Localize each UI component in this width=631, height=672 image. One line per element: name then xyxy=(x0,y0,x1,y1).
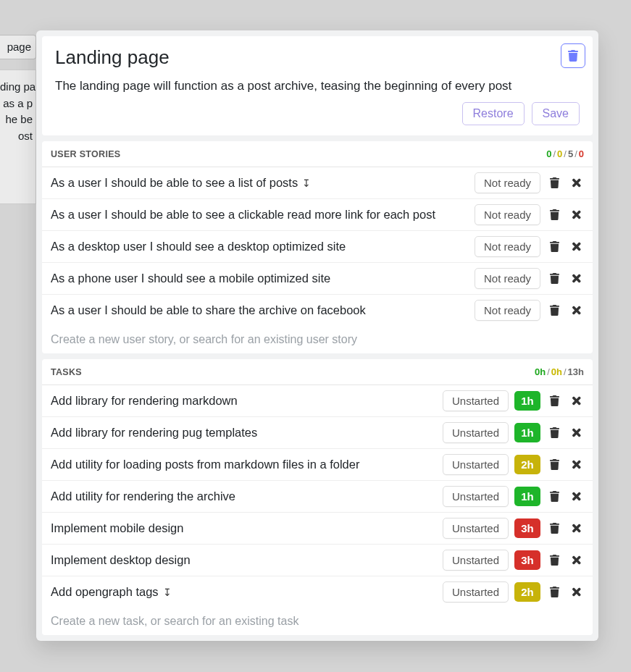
count-yellow: 0 xyxy=(557,148,562,159)
archive-button[interactable] xyxy=(546,303,562,319)
status-button[interactable]: Unstarted xyxy=(443,550,509,571)
expand-icon[interactable]: ↧ xyxy=(163,587,172,598)
modal: Landing page The landing page will funct… xyxy=(36,30,598,641)
user-story-create-row xyxy=(42,326,593,353)
tasks-section: TASKS 0h/0h/13h Add library for renderin… xyxy=(42,359,593,635)
close-icon xyxy=(571,491,582,502)
page-title[interactable]: Landing page xyxy=(55,46,551,69)
archive-button[interactable] xyxy=(546,425,562,441)
expand-icon[interactable]: ↧ xyxy=(302,177,311,189)
task-create-input[interactable] xyxy=(51,615,584,628)
archive-button[interactable] xyxy=(546,584,562,600)
archive-button[interactable] xyxy=(546,489,562,505)
task-text[interactable]: Add library for rendering pug templates … xyxy=(51,426,437,440)
task-text[interactable]: Add utility for loading posts from markd… xyxy=(51,458,437,471)
close-icon xyxy=(571,459,582,470)
task-row: Add library for rendering markdown ↧ Uns… xyxy=(42,385,593,417)
hours-badge[interactable]: 3h xyxy=(514,550,540,570)
archive-button[interactable] xyxy=(546,175,562,191)
task-text[interactable]: Implement mobile design ↧ xyxy=(51,521,437,535)
remove-button[interactable] xyxy=(568,457,584,473)
remove-button[interactable] xyxy=(568,521,584,537)
hours-badge[interactable]: 1h xyxy=(514,391,540,411)
remove-button[interactable] xyxy=(568,207,584,223)
remove-button[interactable] xyxy=(568,175,584,191)
archive-button[interactable] xyxy=(546,271,562,287)
close-icon xyxy=(571,523,582,534)
archive-button[interactable] xyxy=(546,239,562,255)
user-stories-counts: 0/0/5/0 xyxy=(546,148,584,159)
user-story-text[interactable]: As a user I should be able to share the … xyxy=(51,303,469,317)
close-icon xyxy=(571,273,582,284)
trash-icon xyxy=(549,555,560,566)
status-button[interactable]: Not ready xyxy=(475,204,540,225)
task-row: Implement mobile design ↧ Unstarted 3h xyxy=(42,513,593,545)
status-button[interactable]: Unstarted xyxy=(443,454,509,475)
status-button[interactable]: Unstarted xyxy=(443,422,509,443)
task-text[interactable]: Add library for rendering markdown ↧ xyxy=(51,394,437,408)
trash-icon xyxy=(549,177,560,188)
task-text[interactable]: Implement desktop design ↧ xyxy=(51,553,437,567)
status-button[interactable]: Unstarted xyxy=(443,518,509,539)
delete-button[interactable] xyxy=(561,43,585,68)
close-icon xyxy=(571,587,582,597)
hours-badge[interactable]: 2h xyxy=(514,582,540,602)
tasks-header: TASKS 0h/0h/13h xyxy=(42,359,593,385)
remove-button[interactable] xyxy=(568,393,584,409)
remove-button[interactable] xyxy=(568,489,584,505)
archive-button[interactable] xyxy=(546,521,562,537)
archive-button[interactable] xyxy=(546,207,562,223)
header-card: Landing page The landing page will funct… xyxy=(42,36,593,135)
remove-button[interactable] xyxy=(568,584,584,600)
trash-icon xyxy=(549,395,560,406)
trash-icon xyxy=(549,427,560,438)
status-button[interactable]: Unstarted xyxy=(443,486,509,507)
trash-icon xyxy=(549,209,560,220)
status-button[interactable]: Unstarted xyxy=(443,581,509,602)
archive-button[interactable] xyxy=(546,457,562,473)
task-row: Implement desktop design ↧ Unstarted 3h xyxy=(42,545,593,576)
trash-icon xyxy=(549,305,560,316)
task-text[interactable]: Add opengraph tags ↧ xyxy=(51,585,437,599)
status-button[interactable]: Not ready xyxy=(475,236,540,257)
hours-badge[interactable]: 3h xyxy=(514,518,540,538)
hours-badge[interactable]: 1h xyxy=(514,423,540,442)
header-actions: Restore Save xyxy=(55,102,580,125)
status-button[interactable]: Unstarted xyxy=(443,390,509,411)
trash-icon xyxy=(549,491,560,502)
archive-button[interactable] xyxy=(546,393,562,409)
hours-badge[interactable]: 1h xyxy=(514,487,540,506)
task-text[interactable]: Add utility for rendering the archive ↧ xyxy=(51,490,437,503)
status-button[interactable]: Not ready xyxy=(475,172,540,193)
task-row: Add utility for loading posts from markd… xyxy=(42,449,593,481)
user-story-create-input[interactable] xyxy=(51,333,584,346)
status-button[interactable]: Not ready xyxy=(475,268,540,289)
page-description[interactable]: The landing page will function as a post… xyxy=(55,79,551,93)
user-story-text[interactable]: As a desktop user I should see a desktop… xyxy=(51,240,469,253)
user-stories-section: USER STORIES 0/0/5/0 As a user I should … xyxy=(42,141,593,353)
remove-button[interactable] xyxy=(568,271,584,287)
save-button[interactable]: Save xyxy=(532,102,580,125)
remove-button[interactable] xyxy=(568,239,584,255)
close-icon xyxy=(571,241,582,252)
user-stories-header: USER STORIES 0/0/5/0 xyxy=(42,141,593,167)
archive-button[interactable] xyxy=(546,553,562,568)
trash-icon xyxy=(549,273,560,284)
user-story-text[interactable]: As a phone user I should see a mobile op… xyxy=(51,272,469,285)
restore-button[interactable]: Restore xyxy=(462,102,525,125)
status-button[interactable]: Not ready xyxy=(475,300,540,321)
remove-button[interactable] xyxy=(568,553,584,568)
close-icon xyxy=(571,427,582,438)
remove-button[interactable] xyxy=(568,425,584,441)
remove-button[interactable] xyxy=(568,303,584,319)
count-gray: 13h xyxy=(568,366,584,377)
user-story-text[interactable]: As a user I should be able to see a list… xyxy=(51,176,469,190)
close-icon xyxy=(571,305,582,316)
count-green: 0h xyxy=(535,366,546,377)
hours-badge[interactable]: 2h xyxy=(514,455,540,474)
count-red: 0 xyxy=(579,148,584,159)
task-create-row xyxy=(42,608,593,635)
task-row: Add library for rendering pug templates … xyxy=(42,417,593,449)
user-story-text[interactable]: As a user I should be able to see a clic… xyxy=(51,208,469,222)
task-row: Add opengraph tags ↧ Unstarted 2h xyxy=(42,576,593,608)
